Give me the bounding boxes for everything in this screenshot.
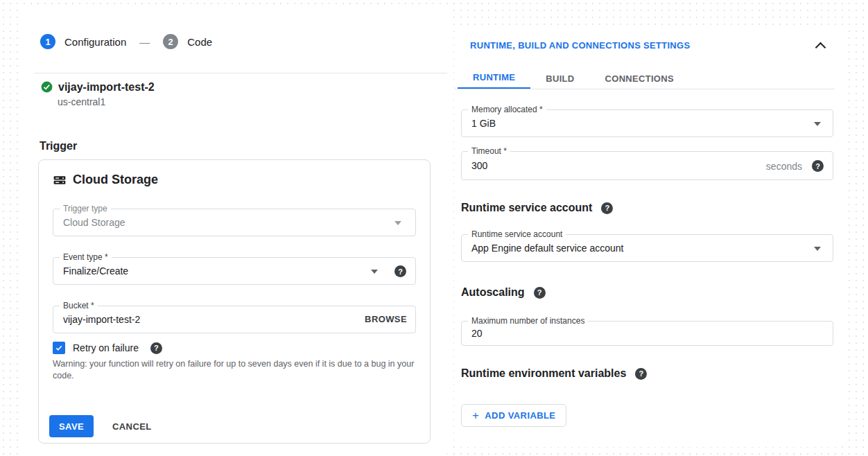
runtime-settings-panel: RUNTIME, BUILD AND CONNECTIONS SETTINGS …: [454, 26, 847, 447]
help-icon[interactable]: ?: [812, 160, 824, 172]
settings-expander-link[interactable]: RUNTIME, BUILD AND CONNECTIONS SETTINGS: [470, 40, 690, 51]
retry-warning: Warning: your function will retry on fai…: [53, 358, 418, 382]
tabs-divider: [454, 89, 835, 89]
service-account-heading-row: Runtime service account ?: [461, 202, 613, 214]
env-vars-heading-row: Runtime environment variables ?: [461, 367, 647, 380]
env-vars-heading: Runtime environment variables: [461, 367, 626, 380]
help-icon[interactable]: ?: [534, 287, 546, 299]
trigger-heading: Trigger: [40, 140, 77, 152]
configuration-panel: 1 Configuration — 2 Code vijay-import-te…: [21, 7, 449, 456]
chevron-down-icon: [394, 221, 401, 225]
trigger-card-header: Cloud Storage: [53, 173, 158, 187]
trigger-card: Cloud Storage Trigger type Cloud Storage…: [38, 159, 431, 444]
check-circle-icon: [40, 80, 53, 94]
step-2-badge[interactable]: 2: [163, 34, 178, 49]
browse-button[interactable]: BROWSE: [365, 306, 407, 333]
help-icon[interactable]: ?: [394, 265, 406, 277]
help-icon[interactable]: ?: [150, 342, 162, 354]
tab-runtime[interactable]: RUNTIME: [458, 67, 530, 89]
stepper: 1 Configuration — 2 Code: [40, 34, 212, 49]
chevron-up-icon[interactable]: [815, 42, 826, 53]
retry-row: Retry on failure ?: [53, 342, 162, 354]
tab-build[interactable]: BUILD: [530, 67, 589, 89]
service-account-heading: Runtime service account: [461, 202, 592, 214]
stepper-divider: [34, 73, 447, 73]
max-instances-field: Maximum number of instances: [461, 321, 833, 346]
event-type-value: Finalize/Create: [63, 258, 128, 284]
timeout-field: Timeout * seconds ?: [461, 151, 833, 180]
cloud-storage-icon: [53, 173, 67, 187]
retry-checkbox[interactable]: [53, 342, 65, 354]
function-header: vijay-import-test-2: [40, 80, 155, 94]
chevron-down-icon[interactable]: [371, 270, 378, 274]
chevron-down-icon[interactable]: [814, 122, 821, 126]
bucket-input[interactable]: [53, 306, 415, 333]
service-account-value: App Engine default service account: [471, 235, 623, 261]
step-1-badge[interactable]: 1: [40, 34, 55, 49]
save-button[interactable]: SAVE: [49, 415, 94, 437]
checkmark-icon: [55, 344, 63, 352]
memory-select[interactable]: Memory allocated * 1 GiB: [461, 109, 833, 137]
service-account-select[interactable]: Runtime service account App Engine defau…: [461, 234, 833, 262]
trigger-type-value: Cloud Storage: [63, 209, 125, 236]
trigger-card-title: Cloud Storage: [73, 173, 158, 187]
step-1-label[interactable]: Configuration: [64, 36, 126, 48]
help-icon[interactable]: ?: [635, 368, 647, 380]
cancel-button[interactable]: CANCEL: [112, 421, 152, 432]
max-instances-input[interactable]: [462, 322, 833, 345]
add-variable-label: ADD VARIABLE: [485, 410, 555, 421]
autoscaling-heading-row: Autoscaling ?: [461, 286, 546, 299]
tab-connections[interactable]: CONNECTIONS: [590, 67, 689, 89]
retry-label: Retry on failure: [73, 342, 139, 353]
function-region: us-central1: [58, 96, 105, 107]
chevron-down-icon[interactable]: [814, 247, 821, 251]
event-type-select[interactable]: Event type * Finalize/Create ?: [53, 257, 416, 285]
settings-tabs: RUNTIME BUILD CONNECTIONS: [458, 67, 689, 89]
trigger-type-select: Trigger type Cloud Storage: [53, 209, 416, 236]
autoscaling-heading: Autoscaling: [461, 286, 525, 299]
step-2-label[interactable]: Code: [187, 36, 212, 48]
plus-icon: +: [472, 410, 479, 421]
card-actions: SAVE CANCEL: [49, 415, 152, 437]
add-variable-button[interactable]: + ADD VARIABLE: [461, 404, 566, 427]
function-name: vijay-import-test-2: [58, 81, 155, 94]
help-icon[interactable]: ?: [601, 202, 613, 214]
timeout-suffix: seconds: [766, 152, 802, 181]
bucket-field: Bucket * BROWSE: [53, 306, 416, 333]
memory-value: 1 GiB: [471, 110, 496, 137]
stepper-separator: —: [135, 36, 154, 48]
